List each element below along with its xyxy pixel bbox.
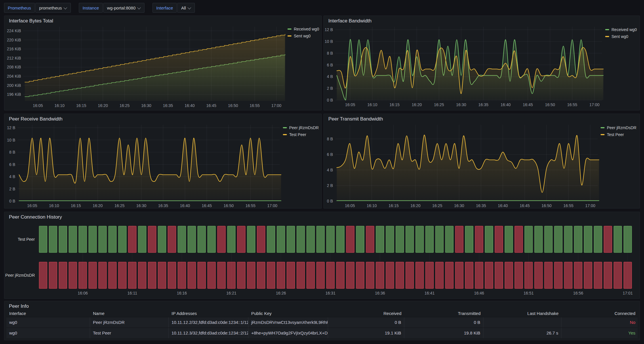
chart-legend: Received wg0Sent wg0 xyxy=(287,27,319,38)
x-axis-tick-label: 16:30 xyxy=(456,102,466,107)
x-axis-tick-label: 17:00 xyxy=(585,203,595,208)
panel-title[interactable]: Interface Bandwidth xyxy=(328,18,371,24)
state-disconnected-bar xyxy=(555,262,563,288)
state-connected-bar xyxy=(277,226,285,253)
state-disconnected-bar xyxy=(178,262,186,288)
table-row: wg0Test Peer10.11.12.3/32,fdfd:d3ad:c0de… xyxy=(6,328,638,338)
state-disconnected-bar xyxy=(564,262,572,288)
panel-title[interactable]: Peer Transmit Bandwidth xyxy=(328,116,383,122)
state-connected-bar xyxy=(158,226,166,253)
x-axis-tick-label: 16:05 xyxy=(33,103,43,108)
x-axis-tick-label: 16:20 xyxy=(412,102,422,107)
y-axis-tick-label: 6 B xyxy=(9,162,15,167)
state-disconnected-bar xyxy=(614,262,622,288)
x-axis-tick-label: 16:05 xyxy=(27,203,37,208)
x-axis-tick-label: 16:55 xyxy=(245,203,256,208)
peer-info-table: InterfaceNameIP AddressesPublic KeyRecei… xyxy=(6,310,638,338)
table-header-public-key[interactable]: Public Key xyxy=(248,310,328,317)
table-cell xyxy=(483,317,561,328)
legend-item[interactable]: Peer jRzmDsDR xyxy=(601,125,637,130)
panel-title[interactable]: Peer Connection History xyxy=(9,214,62,220)
state-connected-bar xyxy=(317,226,325,253)
legend-swatch-icon xyxy=(605,36,609,37)
x-axis-tick-label: 16:20 xyxy=(93,203,103,208)
table-header-last-handshake[interactable]: Last Handshake xyxy=(483,310,561,317)
state-disconnected-bar xyxy=(307,262,315,288)
state-disconnected-bar xyxy=(604,226,612,253)
legend-item[interactable]: Sent wg0 xyxy=(605,34,637,39)
y-axis-tick-label: 6 B xyxy=(327,152,333,157)
state-timeline-chart[interactable]: 16:0616:1116:1616:2116:2616:3116:3616:41… xyxy=(4,212,640,299)
state-connected-bar xyxy=(59,226,67,253)
state-disconnected-bar xyxy=(108,262,117,288)
var-interface-select[interactable]: All xyxy=(177,3,195,13)
legend-item[interactable]: Received wg0 xyxy=(287,27,319,31)
x-axis-tick-label: 16:10 xyxy=(49,203,59,208)
x-axis-tick-label: 16:30 xyxy=(136,203,146,208)
state-disconnected-bar xyxy=(128,262,136,288)
grafana-dashboard: Prometheus prometheus Instance wg-portal… xyxy=(0,0,644,344)
legend-item[interactable]: Received wg0 xyxy=(605,27,637,32)
time-series-chart[interactable]: 0 B2 B4 B6 B8 B10 B12 B16:0516:1016:1516… xyxy=(4,114,321,208)
table-cell: wg0 xyxy=(6,317,90,328)
table-header-name[interactable]: Name xyxy=(90,310,169,317)
table-header-connected[interactable]: Connected xyxy=(561,310,638,317)
table-cell: 26.7 s xyxy=(483,328,561,338)
legend-item[interactable]: Sent wg0 xyxy=(287,34,319,38)
x-axis-tick-label: 16:50 xyxy=(224,203,234,208)
var-prometheus-label: Prometheus xyxy=(4,3,35,13)
y-axis-tick-label: 200 KiB xyxy=(7,83,21,88)
state-connected-bar xyxy=(99,226,107,253)
panel-title[interactable]: Peer Info xyxy=(9,303,29,309)
time-series-chart[interactable]: 0 B2 B4 B6 B8 B16:0516:1016:1516:2016:25… xyxy=(324,114,640,208)
var-instance-select[interactable]: wg-portal:8080 xyxy=(103,3,144,13)
state-disconnected-bar xyxy=(198,262,206,288)
state-connected-bar xyxy=(89,226,97,253)
state-disconnected-bar xyxy=(188,262,196,288)
series-area xyxy=(337,135,599,201)
table-header-received[interactable]: Received xyxy=(328,310,404,317)
table-header-interface[interactable]: Interface xyxy=(6,310,90,317)
legend-item[interactable]: Test Peer xyxy=(601,132,637,137)
x-axis-tick-label: 16:56 xyxy=(573,291,583,295)
state-disconnected-bar xyxy=(277,262,285,288)
y-axis-tick-label: 224 KiB xyxy=(7,28,21,33)
state-connected-bar xyxy=(624,226,632,253)
state-connected-bar xyxy=(297,226,305,253)
legend-item[interactable]: Test Peer xyxy=(283,132,319,137)
state-connected-bar xyxy=(386,226,394,253)
x-axis-tick-label: 16:05 xyxy=(345,102,355,107)
panel-interface-bytes-total: Interface Bytes Total 196 KiB200 KiB204 … xyxy=(4,16,322,110)
x-axis-tick-label: 17:00 xyxy=(271,103,281,108)
panel-peer-transmit-bandwidth: Peer Transmit Bandwidth 0 B2 B4 B6 B8 B1… xyxy=(323,114,640,209)
state-disconnected-bar xyxy=(327,262,335,288)
x-axis-tick-label: 16:25 xyxy=(434,102,444,107)
y-axis-tick-label: 2 B xyxy=(327,183,333,188)
time-series-chart[interactable]: 0 B2 B4 B6 B8 B10 B12 B16:0516:1016:1516… xyxy=(324,16,640,110)
table-header-transmitted[interactable]: Transmitted xyxy=(404,310,483,317)
state-connected-bar xyxy=(555,226,563,253)
y-axis-tick-label: 0 B xyxy=(9,199,15,203)
state-disconnected-bar xyxy=(465,262,473,288)
x-axis-tick-label: 16:35 xyxy=(163,103,173,108)
time-series-chart[interactable]: 196 KiB200 KiB204 KiB208 KiB212 KiB216 K… xyxy=(4,16,321,110)
state-disconnected-bar xyxy=(128,226,136,253)
legend-swatch-icon xyxy=(287,35,291,37)
var-prometheus-select[interactable]: prometheus xyxy=(35,3,71,13)
state-disconnected-bar xyxy=(594,262,602,288)
state-disconnected-bar xyxy=(574,262,582,288)
table-cell: 10.11.12.3/32,fdfd:d3ad:c0de:1234::2/128 xyxy=(169,328,248,338)
x-axis-tick-label: 16:20 xyxy=(410,203,420,208)
state-disconnected-bar xyxy=(99,262,107,288)
table-header-ip-addresses[interactable]: IP Addresses xyxy=(169,310,248,317)
x-axis-tick-label: 16:31 xyxy=(325,291,336,295)
panel-title[interactable]: Peer Receive Bandwidth xyxy=(9,116,62,122)
y-axis-tick-label: 220 KiB xyxy=(7,38,21,42)
state-connected-bar xyxy=(445,226,454,253)
legend-item[interactable]: Peer jRzmDsDR xyxy=(283,125,319,130)
state-disconnected-bar xyxy=(416,262,424,288)
state-disconnected-bar xyxy=(237,262,245,288)
x-axis-tick-label: 16:35 xyxy=(478,102,488,107)
panel-title[interactable]: Interface Bytes Total xyxy=(9,18,53,24)
state-connected-bar xyxy=(584,226,592,253)
